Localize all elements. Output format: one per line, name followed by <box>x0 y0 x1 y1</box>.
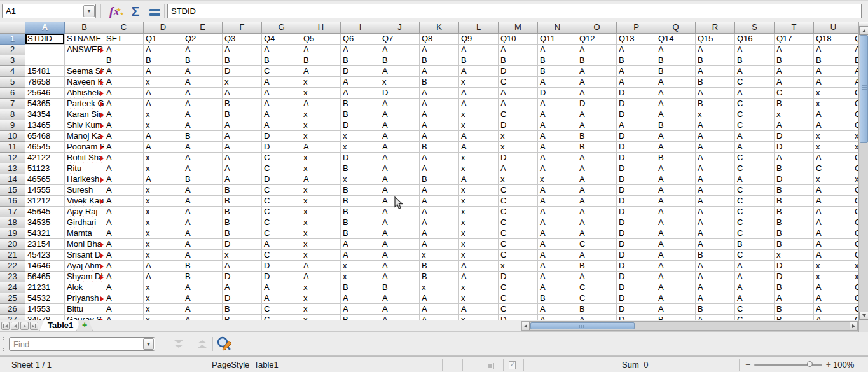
cell-M5[interactable]: C <box>499 77 538 88</box>
cell-D5[interactable]: x <box>144 77 183 88</box>
cell-A4[interactable]: 15481 <box>25 66 65 77</box>
cell-F16[interactable]: B <box>223 196 262 207</box>
cell-J10[interactable]: A <box>380 131 420 142</box>
cell-K23[interactable]: B <box>420 272 459 282</box>
cell-N25[interactable]: B <box>538 293 577 304</box>
cell-P7[interactable]: D <box>617 99 656 109</box>
cell-K11[interactable]: B <box>420 142 459 153</box>
scroll-right-button[interactable] <box>850 322 857 330</box>
cell-D14[interactable]: A <box>144 174 183 185</box>
cell-H18[interactable]: x <box>301 217 341 228</box>
cell-F17[interactable]: B <box>223 207 262 217</box>
column-header-R[interactable]: R <box>696 22 735 34</box>
cell-U22[interactable]: x <box>814 261 853 272</box>
cell-Q12[interactable]: B <box>656 153 696 163</box>
cell-O21[interactable]: A <box>577 250 617 261</box>
cell-J18[interactable]: A <box>380 217 420 228</box>
cell-R24[interactable]: A <box>696 282 735 293</box>
cell-D9[interactable]: x <box>144 120 183 131</box>
cell-E20[interactable]: A <box>183 239 223 250</box>
cell-R10[interactable]: A <box>696 131 735 142</box>
cell-I23[interactable]: x <box>341 272 380 282</box>
cell-S15[interactable]: C <box>735 185 775 196</box>
cell-K3[interactable]: B <box>420 55 459 66</box>
cell-N14[interactable]: x <box>538 174 577 185</box>
cell-O9[interactable]: A <box>577 120 617 131</box>
cell-I10[interactable]: x <box>341 131 380 142</box>
cell-T24[interactable]: B <box>775 282 814 293</box>
cell-S4[interactable]: A <box>735 66 775 77</box>
cell-C21[interactable]: A <box>104 250 144 261</box>
scroll-left-button[interactable] <box>522 322 530 330</box>
cell-L15[interactable]: x <box>459 185 499 196</box>
cell-N18[interactable]: A <box>538 217 577 228</box>
cell-I26[interactable]: A <box>341 304 380 315</box>
cell-M26[interactable]: C <box>499 304 538 315</box>
cell-D7[interactable]: A <box>144 99 183 109</box>
cell-G1[interactable]: Q4 <box>262 34 301 45</box>
cell-J19[interactable]: A <box>380 228 420 239</box>
cell-O18[interactable]: A <box>577 217 617 228</box>
cell-Q11[interactable]: A <box>656 142 696 153</box>
cell-T11[interactable]: D <box>775 142 814 153</box>
cell-T6[interactable]: C <box>775 88 814 99</box>
cell-Q24[interactable]: A <box>656 282 696 293</box>
cell-K24[interactable]: x <box>420 282 459 293</box>
cell-M13[interactable]: A <box>499 163 538 174</box>
cell-G11[interactable]: D <box>262 142 301 153</box>
cell-H10[interactable]: x <box>301 131 341 142</box>
formula-input[interactable] <box>167 4 862 18</box>
cell-T5[interactable]: A <box>775 77 814 88</box>
cell-K12[interactable]: A <box>420 153 459 163</box>
cell-A2[interactable] <box>25 45 65 55</box>
cell-L7[interactable]: A <box>459 99 499 109</box>
cell-F3[interactable]: B <box>223 55 262 66</box>
cell-J3[interactable]: B <box>380 55 420 66</box>
cell-C2[interactable]: A <box>104 45 144 55</box>
cell-B3[interactable] <box>65 55 104 66</box>
cell-R17[interactable]: A <box>696 207 735 217</box>
cell-C12[interactable]: A <box>104 153 144 163</box>
cell-R3[interactable]: B <box>696 55 735 66</box>
cell-D19[interactable]: x <box>144 228 183 239</box>
cell-G25[interactable]: A <box>262 293 301 304</box>
cell-E15[interactable]: A <box>183 185 223 196</box>
cell-B23[interactable]: Shyam Dh <box>65 272 104 282</box>
cell-M14[interactable]: x <box>499 174 538 185</box>
cell-T8[interactable]: x <box>775 109 814 120</box>
cell-partial-22[interactable]: x <box>853 261 858 272</box>
cell-K1[interactable]: Q8 <box>420 34 459 45</box>
cell-P4[interactable]: A <box>617 66 656 77</box>
cell-I2[interactable]: A <box>341 45 380 55</box>
cell-partial-27[interactable]: C <box>853 315 858 320</box>
cell-U17[interactable]: A <box>814 207 853 217</box>
cell-J26[interactable]: A <box>380 304 420 315</box>
row-header-18[interactable]: 18 <box>0 217 25 228</box>
cell-G5[interactable]: A <box>262 77 301 88</box>
cell-S8[interactable]: C <box>735 109 775 120</box>
cell-Q9[interactable]: B <box>656 120 696 131</box>
cell-N2[interactable]: A <box>538 45 577 55</box>
cell-partial-4[interactable]: A <box>853 66 858 77</box>
horizontal-scroll-thumb[interactable] <box>530 322 635 329</box>
cell-D10[interactable]: A <box>144 131 183 142</box>
cell-F21[interactable]: x <box>223 250 262 261</box>
cell-J1[interactable]: Q7 <box>380 34 420 45</box>
row-header-6[interactable]: 6 <box>0 88 25 99</box>
cell-H5[interactable]: x <box>301 77 341 88</box>
row-header-2[interactable]: 2 <box>0 45 25 55</box>
row-header-24[interactable]: 24 <box>0 282 25 293</box>
cell-M21[interactable]: C <box>499 250 538 261</box>
cell-C18[interactable]: A <box>104 217 144 228</box>
cell-C23[interactable]: A <box>104 272 144 282</box>
cell-K27[interactable]: A <box>420 315 459 320</box>
cell-P25[interactable]: D <box>617 293 656 304</box>
cell-E8[interactable]: A <box>183 109 223 120</box>
cell-C10[interactable]: A <box>104 131 144 142</box>
cell-D25[interactable]: x <box>144 293 183 304</box>
cell-B21[interactable]: Srisant D <box>65 250 104 261</box>
cell-R26[interactable]: B <box>696 304 735 315</box>
column-header-U[interactable]: U <box>814 22 853 34</box>
cell-M20[interactable]: C <box>499 239 538 250</box>
cell-A17[interactable]: 45645 <box>25 207 65 217</box>
